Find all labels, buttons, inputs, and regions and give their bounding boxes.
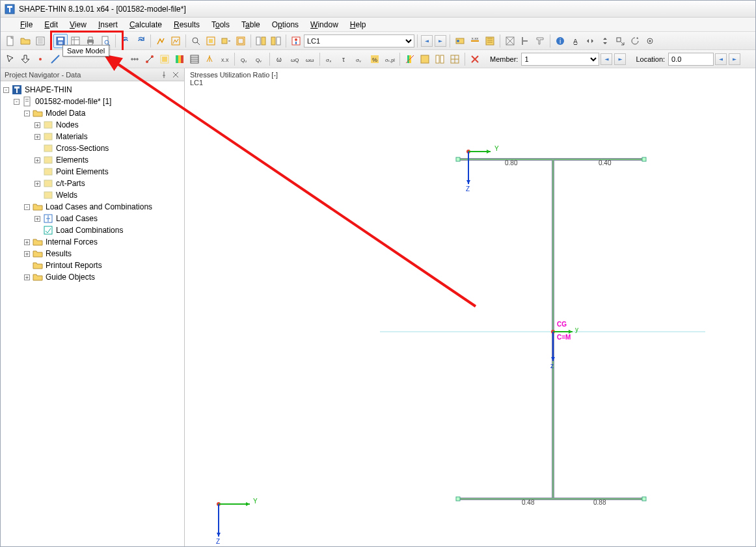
menu-table[interactable]: Table xyxy=(236,19,265,31)
tree-expander[interactable]: + xyxy=(34,157,40,163)
results-panel-button[interactable] xyxy=(418,52,432,66)
deform-button[interactable] xyxy=(157,52,172,66)
location-prev-button[interactable]: ◄ xyxy=(715,53,727,65)
zoom-all-button[interactable] xyxy=(189,34,203,48)
measure-button[interactable] xyxy=(128,52,142,66)
mirror-h-icon[interactable] xyxy=(583,34,597,48)
tree-expander[interactable]: + xyxy=(24,251,30,257)
graphics-canvas[interactable]: Stresses Utilization Ratio [-] LC1 xyxy=(185,68,755,546)
menu-file[interactable]: File xyxy=(15,19,38,31)
model-data-button[interactable] xyxy=(33,34,47,48)
texture-button[interactable] xyxy=(187,52,202,66)
omega3-button[interactable]: ωω xyxy=(303,52,317,66)
toggle-results-button[interactable]: x.xx xyxy=(468,34,482,48)
legend-button[interactable] xyxy=(403,52,417,66)
result-values-button[interactable] xyxy=(483,34,497,48)
tree-item[interactable]: Cross-Sections xyxy=(2,142,183,154)
calc-with-params-button[interactable] xyxy=(169,34,183,48)
tree-item[interactable]: -SHAPE-THIN xyxy=(2,84,183,96)
pan-button[interactable] xyxy=(18,52,33,66)
sigma-v-button[interactable]: σᵥ xyxy=(353,52,367,66)
redo-button[interactable] xyxy=(133,34,148,48)
tree-item[interactable]: Printout Reports xyxy=(2,260,183,271)
omega2-button[interactable]: ωQ xyxy=(288,52,302,66)
scale-icon[interactable] xyxy=(613,34,627,48)
member-next-button[interactable]: ► xyxy=(614,53,626,65)
sigma-x-button[interactable]: σₓ xyxy=(323,52,337,66)
rotate-icon[interactable] xyxy=(628,34,642,48)
k-button[interactable]: A̲ xyxy=(568,34,582,48)
member-prev-button[interactable]: ◄ xyxy=(601,53,612,65)
tables-left-button[interactable] xyxy=(254,34,268,48)
menu-help[interactable]: Help xyxy=(345,19,371,31)
tree-item[interactable]: +Results xyxy=(2,248,183,260)
undo-button[interactable] xyxy=(118,34,133,48)
iso-button[interactable]: x.x xyxy=(217,52,232,66)
menu-results[interactable]: Results xyxy=(169,19,205,31)
tree-item[interactable]: -Model Data xyxy=(2,107,183,119)
tree-item[interactable]: -001582-model-file* [1] xyxy=(2,96,183,107)
tau-button[interactable]: τ xyxy=(338,52,352,66)
lc-next-button[interactable]: ► xyxy=(435,35,446,47)
menu-insert[interactable]: Insert xyxy=(93,19,123,31)
tree-expander[interactable]: + xyxy=(34,216,40,222)
tree-expander[interactable]: + xyxy=(34,134,40,140)
tree-item[interactable]: +Guide Objects xyxy=(2,271,183,283)
tree-expander[interactable]: - xyxy=(24,111,30,116)
tree-expander[interactable]: - xyxy=(3,87,9,93)
member-select[interactable]: 1 xyxy=(521,53,599,66)
calculate-button[interactable] xyxy=(154,34,168,48)
node-button[interactable] xyxy=(33,52,47,66)
tree-item[interactable]: +Load Cases xyxy=(2,213,183,224)
tree-item[interactable]: Load Combinations xyxy=(2,224,183,236)
select-button[interactable] xyxy=(3,52,18,66)
location-input[interactable] xyxy=(668,53,714,66)
lc-select[interactable]: LC1 xyxy=(304,34,414,47)
contour-button[interactable] xyxy=(172,52,187,66)
tree-item[interactable]: -Load Cases and Combinations xyxy=(2,201,183,213)
tree-item[interactable]: +Internal Forces xyxy=(2,236,183,248)
navigator-tree[interactable]: -SHAPE-THIN-001582-model-file* [1]-Model… xyxy=(1,81,184,546)
tree-item[interactable]: +Nodes xyxy=(2,119,183,131)
tree-item[interactable]: +Materials xyxy=(2,131,183,142)
c-t-button[interactable] xyxy=(503,34,517,48)
menu-window[interactable]: Window xyxy=(305,19,344,31)
show-whole-button[interactable] xyxy=(204,34,218,48)
ratio-button[interactable]: % xyxy=(368,52,382,66)
info-button[interactable]: i xyxy=(553,34,567,48)
new-button[interactable] xyxy=(3,34,18,48)
menu-tools[interactable]: Tools xyxy=(206,19,235,31)
menu-view[interactable]: View xyxy=(64,19,92,31)
location-next-button[interactable]: ► xyxy=(729,53,740,65)
tree-item[interactable]: +Elements xyxy=(2,154,183,166)
node-settings-button[interactable] xyxy=(643,34,657,48)
qv-button[interactable]: Qᵥ xyxy=(252,52,267,66)
red-x-button[interactable] xyxy=(468,52,482,66)
tree-expander[interactable]: + xyxy=(24,274,30,280)
prev-view-button[interactable] xyxy=(219,34,233,48)
split-button[interactable] xyxy=(433,52,447,66)
weld-button[interactable] xyxy=(518,34,532,48)
line-button[interactable] xyxy=(48,52,62,66)
tree-expander[interactable]: - xyxy=(14,99,20,105)
result-type-button[interactable] xyxy=(453,34,467,48)
tree-item[interactable]: Welds xyxy=(2,189,183,201)
lc-prev-button[interactable]: ◄ xyxy=(421,35,433,47)
tables-right-button[interactable] xyxy=(269,34,283,48)
tree-item[interactable]: +c/t-Parts xyxy=(2,178,183,189)
tree-expander[interactable]: + xyxy=(34,181,40,187)
omega-button[interactable]: ω xyxy=(273,52,287,66)
navigator-close-icon[interactable] xyxy=(171,70,180,79)
navigator-pin-icon[interactable] xyxy=(159,70,169,79)
mirror-v-icon[interactable] xyxy=(598,34,612,48)
tree-expander[interactable]: + xyxy=(24,239,30,245)
sigma-pl-button[interactable]: σₓ,pl xyxy=(383,52,397,66)
qu-button[interactable]: Qᵤ xyxy=(237,52,252,66)
window-toggle-button[interactable] xyxy=(234,34,248,48)
menu-calculate[interactable]: Calculate xyxy=(124,19,167,31)
section-button[interactable] xyxy=(533,34,547,48)
open-button[interactable] xyxy=(18,34,33,48)
tree-item[interactable]: Point Elements xyxy=(2,166,183,178)
tree-expander[interactable]: + xyxy=(34,122,40,128)
menu-edit[interactable]: Edit xyxy=(39,19,63,31)
